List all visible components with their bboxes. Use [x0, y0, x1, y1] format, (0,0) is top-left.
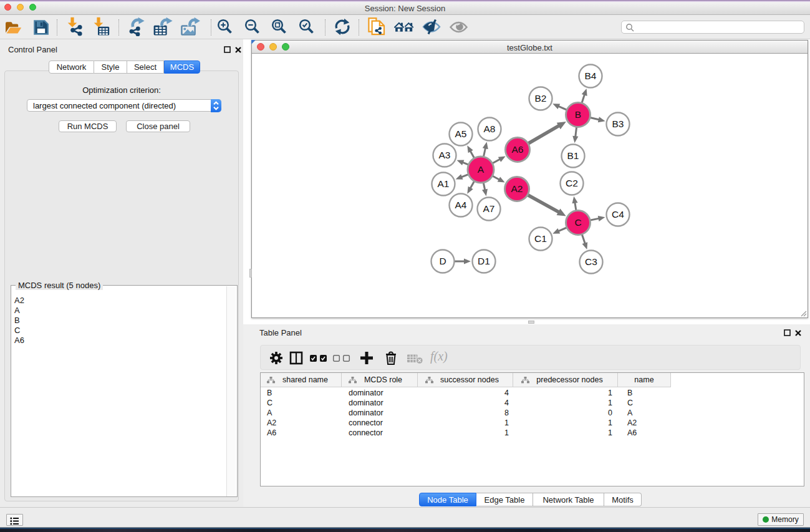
svg-text:B1: B1	[567, 150, 579, 161]
svg-text:A8: A8	[484, 123, 496, 134]
svg-text:A4: A4	[455, 200, 467, 210]
svg-text:A2: A2	[511, 183, 523, 194]
svg-text:A5: A5	[455, 128, 467, 139]
svg-text:D1: D1	[478, 256, 490, 266]
svg-text:B: B	[575, 109, 581, 120]
svg-text:C4: C4	[612, 209, 624, 220]
svg-text:B2: B2	[535, 93, 547, 104]
svg-text:A7: A7	[483, 203, 495, 214]
svg-text:C: C	[574, 217, 581, 228]
svg-text:A: A	[478, 164, 485, 175]
svg-text:B3: B3	[612, 118, 624, 129]
svg-text:B4: B4	[585, 70, 597, 81]
svg-text:C3: C3	[585, 256, 597, 267]
svg-text:A6: A6	[512, 144, 524, 155]
svg-text:C1: C1	[534, 233, 547, 244]
svg-text:A3: A3	[439, 150, 451, 160]
svg-text:D: D	[439, 256, 446, 266]
svg-text:A1: A1	[438, 178, 450, 189]
svg-text:C2: C2	[566, 178, 578, 188]
